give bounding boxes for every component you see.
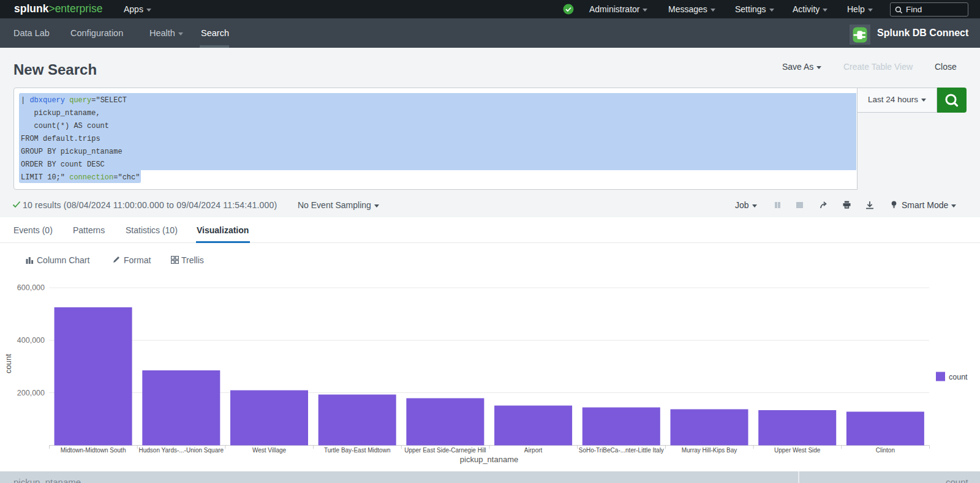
svg-text:SoHo-TriBeCa-...nter-Little It: SoHo-TriBeCa-...nter-Little Italy — [579, 447, 664, 454]
svg-text:Upper East Side-Carnegie Hill: Upper East Side-Carnegie Hill — [404, 447, 486, 454]
svg-text:Hudson Yards-...-Union Square: Hudson Yards-...-Union Square — [139, 447, 224, 454]
svg-text:pickup_ntaname: pickup_ntaname — [460, 455, 518, 464]
svg-text:count: count — [4, 354, 13, 373]
svg-text:Murray Hill-Kips Bay: Murray Hill-Kips Bay — [682, 447, 737, 454]
svg-text:count: count — [949, 373, 968, 381]
svg-text:Midtown-Midtown South: Midtown-Midtown South — [61, 447, 126, 454]
svg-text:600,000: 600,000 — [17, 283, 45, 292]
svg-text:Clinton: Clinton — [876, 447, 895, 454]
svg-text:West Village: West Village — [252, 447, 287, 454]
svg-text:200,000: 200,000 — [17, 389, 45, 397]
svg-text:400,000: 400,000 — [17, 336, 45, 345]
svg-text:Turtle Bay-East Midtown: Turtle Bay-East Midtown — [324, 447, 391, 454]
svg-text:Upper West Side: Upper West Side — [774, 447, 821, 454]
svg-text:Airport: Airport — [524, 447, 543, 454]
